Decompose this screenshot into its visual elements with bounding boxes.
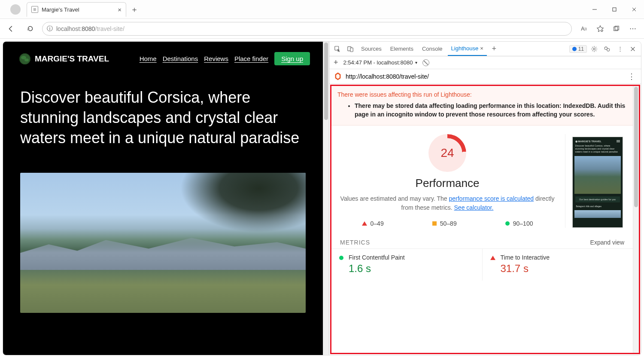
audited-url-row: http://localhost:8080/travel-site/ ⋮ [329, 69, 641, 84]
close-window-button[interactable] [624, 0, 644, 19]
devtools-tab-bar: Sources Elements Console Lighthouse× + 1… [329, 42, 641, 56]
lighthouse-report: There were issues affecting this run of … [330, 85, 640, 354]
calc-link-1[interactable]: performance score is calculated [449, 195, 534, 202]
devtools-close-icon[interactable] [627, 43, 638, 55]
url-text: localhost:8080/travel-site/ [56, 25, 125, 32]
inspect-element-icon[interactable] [332, 43, 343, 55]
square-icon [432, 221, 437, 226]
metric-fcp: First Contentful Paint 1.6 s [331, 249, 482, 281]
browser-toolbar: ⓘ localhost:8080/travel-site/ A)) + ⋯ [0, 19, 644, 39]
circle-icon [505, 221, 510, 226]
site-info-icon[interactable]: ⓘ [47, 25, 53, 33]
lighthouse-icon [334, 73, 341, 80]
audited-url: http://localhost:8080/travel-site/ [346, 73, 429, 80]
rendered-page: MARGIE'S TRAVEL Home Destinations Review… [3, 42, 323, 355]
nav-destinations[interactable]: Destinations [163, 55, 198, 62]
new-tab-button[interactable]: ＋ [131, 4, 138, 15]
refresh-button[interactable] [23, 22, 37, 36]
triangle-icon [362, 221, 367, 226]
circle-icon [339, 256, 343, 260]
favorites-button[interactable]: + [593, 22, 607, 36]
site-nav: Home Destinations Reviews Place finder S… [140, 52, 310, 65]
new-report-button[interactable]: + [334, 58, 338, 67]
score-legend: 0–49 50–89 90–100 [337, 220, 557, 227]
devtools-experiments-icon[interactable] [601, 43, 613, 55]
signup-button[interactable]: Sign up [274, 52, 310, 65]
hero-heading: Discover beautiful Corsica, where stunni… [3, 70, 323, 152]
burger-icon [617, 140, 620, 142]
page-header: MARGIE'S TRAVEL Home Destinations Review… [3, 42, 323, 70]
close-tab-icon[interactable]: × [480, 45, 483, 52]
nav-reviews[interactable]: Reviews [204, 55, 228, 62]
nav-home[interactable]: Home [140, 55, 157, 62]
svg-point-10 [593, 48, 595, 49]
settings-icon[interactable] [589, 43, 600, 55]
info-dot-icon [572, 47, 577, 51]
warning-heading: There were issues affecting this run of … [337, 91, 627, 98]
svg-point-12 [607, 48, 610, 51]
profile-avatar[interactable] [10, 4, 21, 15]
tab-close-icon[interactable]: × [118, 6, 122, 13]
expand-view-button[interactable]: Expand view [590, 239, 624, 246]
metrics-header: METRICS Expand view [331, 231, 633, 248]
page-icon: 🗎 [31, 6, 38, 13]
back-button[interactable] [4, 22, 18, 36]
more-tabs-button[interactable]: + [489, 43, 500, 55]
svg-rect-9 [350, 48, 353, 52]
content-area: MARGIE'S TRAVEL Home Destinations Review… [3, 41, 641, 355]
page-thumbnail: ◉ MARGIE'S TRAVEL Discover beautiful Cor… [572, 137, 623, 228]
page-scrollbar[interactable] [323, 42, 329, 355]
report-scrollbar[interactable] [633, 86, 639, 353]
more-menu-button[interactable]: ⋯ [626, 22, 640, 36]
metrics-row: First Contentful Paint 1.6 s Time to Int… [331, 248, 633, 281]
collections-button[interactable] [610, 22, 623, 36]
device-toolbar-icon[interactable] [345, 43, 356, 55]
minimize-button[interactable] [585, 0, 605, 19]
svg-rect-1 [613, 8, 616, 11]
performance-title: Performance [335, 177, 560, 190]
clear-reports-icon[interactable] [422, 59, 429, 66]
tab-sources[interactable]: Sources [358, 42, 385, 56]
site-brand[interactable]: MARGIE'S TRAVEL [19, 53, 109, 64]
globe-icon [19, 53, 30, 64]
triangle-icon [490, 256, 495, 260]
report-menu-icon[interactable]: ⋮ [628, 72, 636, 81]
warning-banner: There were issues affecting this run of … [331, 86, 633, 125]
window-controls [585, 0, 644, 19]
address-bar[interactable]: ⓘ localhost:8080/travel-site/ [42, 22, 572, 36]
scrollbar-thumb[interactable] [324, 43, 328, 120]
devtools-menu-icon[interactable]: ⋮ [614, 43, 626, 55]
browser-tab[interactable]: 🗎 Margie's Travel × [27, 2, 126, 17]
svg-text:+: + [602, 29, 604, 33]
calc-link-2[interactable]: See calculator. [454, 204, 494, 211]
scrollbar-thumb[interactable] [634, 87, 638, 207]
tab-lighthouse[interactable]: Lighthouse× [448, 42, 487, 56]
brand-text: MARGIE'S TRAVEL [35, 54, 109, 64]
performance-description: Values are estimated and may vary. The p… [335, 194, 560, 212]
hero-image [20, 173, 306, 313]
browser-titlebar: 🗎 Margie's Travel × ＋ [0, 0, 644, 19]
read-aloud-button[interactable]: A)) [577, 22, 591, 36]
performance-score: 24 [428, 134, 466, 172]
performance-gauge: 24 [428, 134, 466, 172]
devtools-panel: Sources Elements Console Lighthouse× + 1… [329, 42, 641, 355]
tab-strip: 🗎 Margie's Travel × ＋ [0, 2, 138, 17]
maximize-button[interactable] [605, 0, 624, 19]
tab-title: Margie's Travel [42, 6, 114, 13]
report-picker[interactable]: 2:54:47 PM - localhost:8080 [343, 59, 418, 66]
tab-elements[interactable]: Elements [387, 42, 417, 56]
nav-place-finder[interactable]: Place finder [234, 55, 268, 62]
metric-tti: Time to Interactive 31.7 s [482, 249, 633, 281]
issues-badge[interactable]: 11 [569, 45, 587, 53]
tab-console[interactable]: Console [419, 42, 446, 56]
lighthouse-toolbar: + 2:54:47 PM - localhost:8080 [329, 56, 641, 69]
warning-item: There may be stored data affecting loadi… [355, 101, 627, 119]
